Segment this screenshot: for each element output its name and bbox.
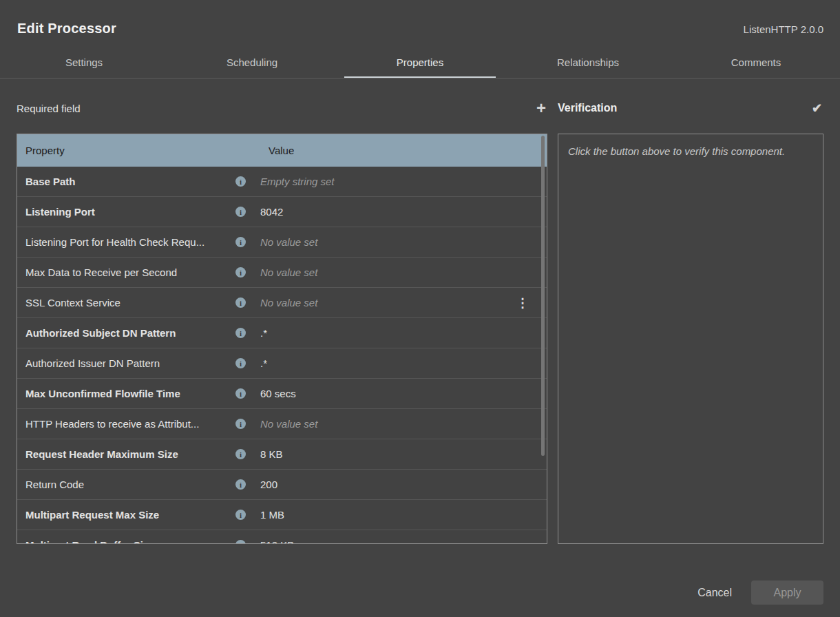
add-property-button[interactable]: +: [535, 100, 547, 116]
table-row[interactable]: Request Header Maximum Sizei8 KB: [17, 439, 547, 470]
property-value[interactable]: 512 KB: [260, 539, 547, 544]
property-name: Authorized Subject DN Pattern: [17, 327, 235, 339]
verification-section-header: Verification ✔: [558, 98, 823, 118]
property-value[interactable]: 8042: [260, 206, 547, 218]
property-value[interactable]: 8 KB: [260, 448, 547, 460]
property-name: Max Data to Receive per Second: [17, 266, 235, 278]
table-row[interactable]: SSL Context ServiceiNo value set⋮: [17, 288, 547, 318]
verify-button[interactable]: ✔: [810, 102, 823, 114]
info-icon[interactable]: i: [235, 510, 246, 520]
plus-icon: +: [536, 98, 546, 117]
property-name: Listening Port for Health Check Requ...: [17, 236, 235, 248]
property-value[interactable]: No value set: [260, 418, 547, 430]
tab-settings[interactable]: Settings: [0, 48, 168, 78]
property-name: Authorized Issuer DN Pattern: [17, 357, 235, 369]
column-header-property: Property: [17, 145, 269, 156]
tab-scheduling[interactable]: Scheduling: [168, 48, 336, 78]
property-value[interactable]: No value set: [260, 266, 547, 278]
info-icon[interactable]: i: [235, 176, 246, 187]
dialog-header: Edit Processor ListenHTTP 2.0.0: [0, 0, 840, 36]
table-row[interactable]: Max Unconfirmed Flowfile Timei60 secs: [17, 379, 547, 409]
verification-results-panel: Click the button above to verify this co…: [558, 134, 823, 544]
table-row[interactable]: Listening Port for Health Check Requ...i…: [17, 227, 547, 258]
required-field-label: Required field: [17, 103, 81, 114]
verification-label: Verification: [558, 102, 617, 114]
info-icon[interactable]: i: [235, 237, 246, 247]
table-row[interactable]: Authorized Subject DN Patterni.*: [17, 318, 547, 348]
verification-message: Click the button above to verify this co…: [568, 143, 787, 160]
property-value[interactable]: No value set: [260, 297, 512, 308]
properties-section-header: Required field +: [17, 98, 547, 118]
tab-comments[interactable]: Comments: [672, 48, 840, 78]
property-name: Max Unconfirmed Flowfile Time: [17, 388, 235, 399]
info-icon[interactable]: i: [235, 297, 246, 308]
table-row[interactable]: Listening Porti8042: [17, 197, 547, 227]
verification-section: Verification ✔ Click the button above to…: [558, 98, 823, 544]
properties-section: Required field + Property Value Base Pat…: [17, 98, 547, 544]
table-header-row: Property Value: [17, 134, 547, 167]
info-icon[interactable]: i: [235, 388, 246, 399]
table-body: Base PathiEmpty string setListening Port…: [17, 167, 547, 544]
property-value[interactable]: .*: [260, 357, 547, 369]
table-row[interactable]: Return Codei200: [17, 470, 547, 500]
table-row[interactable]: Authorized Issuer DN Patterni.*: [17, 348, 547, 379]
processor-type-version: ListenHTTP 2.0.0: [744, 23, 823, 35]
property-value[interactable]: 60 secs: [260, 388, 547, 399]
property-name: Request Header Maximum Size: [17, 448, 235, 460]
info-icon[interactable]: i: [235, 540, 246, 544]
cancel-button[interactable]: Cancel: [696, 583, 733, 603]
info-icon[interactable]: i: [235, 479, 246, 490]
info-icon[interactable]: i: [235, 328, 246, 338]
info-icon[interactable]: i: [235, 358, 246, 368]
tab-properties[interactable]: Properties: [336, 48, 504, 78]
tab-relationships[interactable]: Relationships: [504, 48, 672, 78]
property-value[interactable]: No value set: [260, 236, 547, 248]
property-value[interactable]: 200: [260, 479, 547, 490]
table-row[interactable]: Max Data to Receive per SecondiNo value …: [17, 258, 547, 288]
property-value[interactable]: 1 MB: [260, 509, 547, 521]
edit-processor-dialog: Edit Processor ListenHTTP 2.0.0 Settings…: [0, 0, 840, 544]
info-icon[interactable]: i: [235, 419, 246, 429]
table-scrollbar-thumb[interactable]: [541, 136, 545, 456]
column-header-value: Value: [269, 145, 547, 156]
property-name: Multipart Request Max Size: [17, 509, 235, 521]
apply-button[interactable]: Apply: [751, 581, 823, 605]
table-row[interactable]: Multipart Request Max Sizei1 MB: [17, 500, 547, 530]
property-name: SSL Context Service: [17, 297, 235, 308]
property-name: HTTP Headers to receive as Attribut...: [17, 418, 235, 430]
tab-bar: Settings Scheduling Properties Relations…: [0, 48, 840, 79]
dialog-title: Edit Processor: [17, 21, 116, 36]
info-icon[interactable]: i: [235, 207, 246, 217]
property-name: Base Path: [17, 176, 235, 187]
property-value[interactable]: .*: [260, 327, 547, 339]
property-name: Return Code: [17, 479, 235, 490]
property-name: Listening Port: [17, 206, 235, 218]
property-name: Multipart Read Buffer Size: [17, 539, 235, 544]
table-row[interactable]: Multipart Read Buffer Sizei512 KB: [17, 530, 547, 544]
info-icon[interactable]: i: [235, 449, 246, 459]
dialog-body: Required field + Property Value Base Pat…: [0, 98, 840, 544]
property-value[interactable]: Empty string set: [260, 176, 547, 187]
dialog-footer: Cancel Apply: [696, 581, 823, 605]
checkmark-icon: ✔: [812, 101, 822, 115]
properties-table: Property Value Base PathiEmpty string se…: [17, 134, 547, 544]
table-row[interactable]: HTTP Headers to receive as Attribut...iN…: [17, 409, 547, 439]
info-icon[interactable]: i: [235, 267, 246, 278]
table-row[interactable]: Base PathiEmpty string set: [17, 167, 547, 197]
